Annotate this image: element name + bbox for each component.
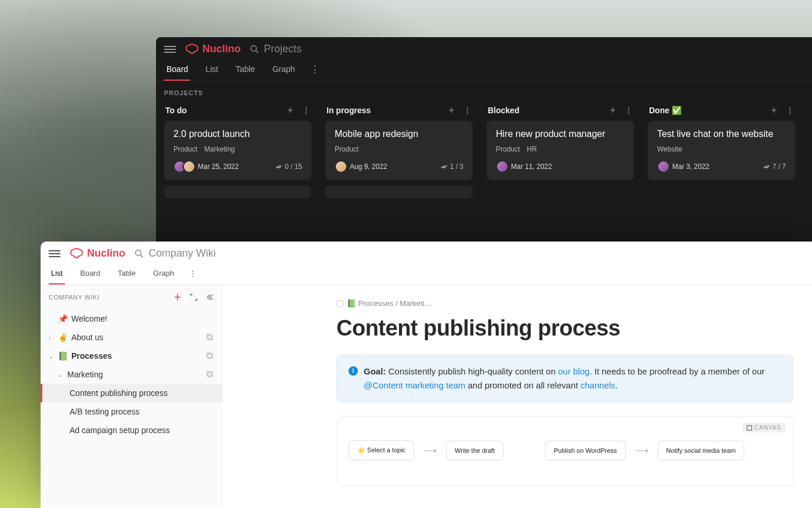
- column-blocked: Blocked + ⋮ Hire new product manager Pro…: [487, 102, 634, 204]
- flow-node[interactable]: ⭐ Select a topic: [349, 440, 414, 460]
- canvas-block[interactable]: CANVAS ⭐ Select a topic ⟶ Write the draf…: [336, 416, 793, 486]
- card-date: Mar 25, 2022: [198, 163, 239, 171]
- card-tag: Product: [496, 145, 520, 153]
- add-card-button[interactable]: +: [449, 106, 454, 115]
- card-date: Aug 9, 2022: [350, 163, 387, 171]
- add-card-button[interactable]: +: [771, 106, 777, 115]
- mention-content-team[interactable]: @Content marketing team: [364, 380, 465, 390]
- goal-label: Goal:: [364, 366, 386, 376]
- board-card[interactable]: 2.0 product launch Product Marketing Mar…: [164, 121, 311, 180]
- projects-window: Nuclino Projects Board List Table Graph …: [156, 37, 812, 242]
- tab-graph[interactable]: Graph: [151, 262, 176, 284]
- copy-icon[interactable]: [206, 370, 214, 379]
- card-progress: 0 / 15: [276, 163, 302, 171]
- add-card-button[interactable]: +: [288, 106, 293, 115]
- card-avatars: [657, 160, 666, 173]
- column-menu-icon[interactable]: ⋮: [463, 106, 472, 115]
- card-date: Mar 3, 2022: [672, 163, 709, 171]
- page-icon: 📗: [58, 351, 68, 361]
- canvas-badge: CANVAS: [742, 423, 786, 433]
- tabs-more-icon[interactable]: ⋮: [310, 64, 320, 75]
- flow-arrow-icon: ⟶: [635, 445, 648, 456]
- caret-down-icon: ⌄: [49, 353, 55, 359]
- app-logo[interactable]: Nuclino: [70, 247, 125, 260]
- column-menu-icon[interactable]: ⋮: [786, 106, 794, 115]
- sidebar-item-label: About us: [71, 333, 103, 342]
- search[interactable]: Projects: [250, 43, 302, 55]
- column-header: Blocked + ⋮: [487, 102, 634, 121]
- board-card[interactable]: Test live chat on the website Website Ma…: [648, 121, 795, 180]
- collapse-sidebar-icon[interactable]: [206, 293, 214, 301]
- column-title: Done ✅: [649, 106, 682, 115]
- tab-graph[interactable]: Graph: [270, 57, 298, 81]
- tab-table[interactable]: Table: [233, 57, 257, 81]
- checkbox-icon[interactable]: [336, 300, 343, 307]
- sidebar-item-label: A/B testing process: [70, 407, 140, 416]
- column-title: In progress: [327, 106, 371, 115]
- app-name: Nuclino: [202, 43, 241, 55]
- card-tag: HR: [527, 145, 536, 153]
- app-logo[interactable]: Nuclino: [185, 43, 241, 55]
- tab-list[interactable]: List: [203, 57, 220, 81]
- wiki-header: Nuclino Company Wiki: [41, 242, 812, 262]
- menu-button[interactable]: [164, 44, 176, 55]
- app-name: Nuclino: [87, 247, 125, 260]
- wiki-window: Nuclino Company Wiki List Board Table Gr…: [41, 242, 812, 508]
- search[interactable]: Company Wiki: [135, 247, 216, 260]
- tabs-more-icon[interactable]: ⋮: [189, 269, 197, 278]
- svg-line-3: [140, 255, 143, 257]
- avatar: [183, 160, 195, 173]
- link-our-blog[interactable]: our blog: [558, 366, 589, 376]
- column-done: Done ✅ + ⋮ Test live chat on the website…: [648, 102, 795, 204]
- flow-node[interactable]: Publish on WordPress: [545, 441, 626, 460]
- sidebar-item-content-publishing[interactable]: Content publishing process: [41, 384, 222, 402]
- copy-icon[interactable]: [206, 352, 214, 360]
- add-page-button[interactable]: +: [174, 291, 182, 304]
- column-title: To do: [165, 106, 187, 115]
- sidebar-item-welcome[interactable]: 📌 Welcome!: [41, 309, 222, 328]
- board-card[interactable]: Hire new product manager Product HR Mar …: [487, 121, 634, 180]
- brain-icon: [70, 248, 84, 260]
- sidebar-item-about[interactable]: › ✌️ About us: [41, 328, 222, 347]
- column-header: To do + ⋮: [164, 102, 311, 121]
- board-section-label: PROJECTS: [156, 81, 812, 102]
- menu-button[interactable]: [49, 248, 60, 260]
- column-menu-icon[interactable]: ⋮: [625, 106, 633, 115]
- board-card-stub[interactable]: [325, 186, 473, 199]
- goal-callout: i Goal: Consistently publish high-qualit…: [336, 355, 793, 402]
- column-in-progress: In progress + ⋮ Mobile app redesign Prod…: [325, 102, 473, 204]
- search-placeholder: Company Wiki: [148, 247, 216, 260]
- sidebar-item-label: Marketing: [67, 370, 103, 379]
- sidebar-item-ad-campaign[interactable]: Ad campaign setup process: [41, 421, 222, 439]
- add-card-button[interactable]: +: [610, 106, 615, 115]
- sidebar-item-ab-testing[interactable]: A/B testing process: [41, 402, 222, 421]
- breadcrumb[interactable]: 📗 Processes / Marketi…: [336, 299, 793, 308]
- tab-board[interactable]: Board: [78, 262, 103, 284]
- avatar: [335, 160, 347, 173]
- card-tags: Product: [335, 145, 463, 153]
- card-title: 2.0 product launch: [173, 129, 302, 139]
- board-card[interactable]: Mobile app redesign Product Aug 9, 2022 …: [325, 121, 473, 180]
- sidebar-item-label: Processes: [71, 351, 112, 361]
- card-tags: Website: [657, 145, 786, 153]
- sidebar-item-label: Ad campaign setup process: [70, 426, 170, 435]
- flow-node[interactable]: Write the draft: [446, 441, 503, 460]
- view-tabs: Board List Table Graph ⋮: [156, 57, 812, 81]
- link-channels[interactable]: channels: [581, 380, 615, 390]
- board-card-stub[interactable]: [164, 186, 311, 199]
- flow-node[interactable]: Notify social media team: [658, 441, 745, 460]
- svg-point-0: [251, 45, 257, 51]
- sidebar-item-processes[interactable]: ⌄ 📗 Processes: [41, 347, 222, 365]
- copy-icon[interactable]: [206, 333, 214, 341]
- check-icon: [276, 163, 282, 170]
- breadcrumb-text: 📗 Processes / Marketi…: [347, 299, 432, 308]
- column-menu-icon[interactable]: ⋮: [302, 106, 310, 115]
- tab-table[interactable]: Table: [115, 262, 138, 284]
- tab-board[interactable]: Board: [164, 57, 190, 81]
- svg-rect-10: [747, 426, 752, 430]
- expand-icon[interactable]: [190, 293, 198, 301]
- sidebar-item-marketing[interactable]: ⌄ Marketing: [41, 365, 222, 384]
- pin-icon: 📌: [58, 314, 68, 323]
- tab-list[interactable]: List: [49, 262, 65, 284]
- card-avatars: [173, 160, 192, 173]
